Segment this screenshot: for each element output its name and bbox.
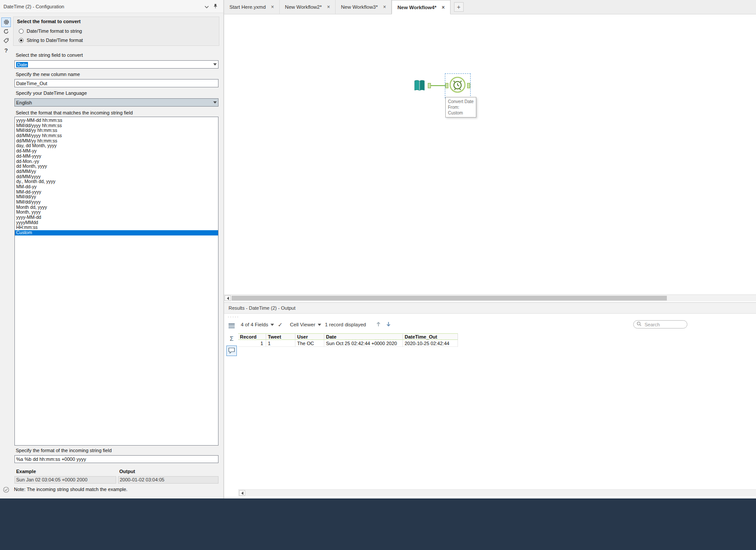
tooltip-line: Convert Date	[448, 99, 474, 104]
format-to-convert-group: Select the format to convert Date/Time f…	[13, 17, 219, 46]
close-icon[interactable]: ×	[442, 5, 445, 10]
arrow-down-icon	[385, 323, 392, 328]
close-icon[interactable]: ×	[327, 4, 330, 10]
cell-tweet[interactable]: 1	[266, 340, 295, 347]
search-icon	[637, 322, 642, 327]
column-header[interactable]: Tweet	[266, 333, 295, 340]
alarm-clock-icon	[449, 89, 466, 94]
close-icon[interactable]: ×	[271, 4, 274, 10]
format-list-item[interactable]: day, dd Month, yyyy	[15, 143, 218, 149]
tab-new-workflow3[interactable]: New Workflow3* ×	[336, 0, 392, 14]
output-anchor-2[interactable]	[467, 83, 470, 88]
new-column-input[interactable]	[14, 79, 218, 87]
table-rows-icon	[228, 323, 235, 330]
bottom-strip	[0, 498, 756, 550]
column-header[interactable]: DateTime_Out	[403, 333, 458, 340]
close-icon[interactable]: ×	[383, 4, 386, 10]
tab-label: New Workflow3*	[341, 4, 378, 10]
cell-viewer-label: Cell Viewer	[290, 322, 316, 327]
output-anchor[interactable]	[428, 83, 431, 88]
format-list-item[interactable]: dy., Month dd, yyyy	[15, 179, 218, 184]
cell-user[interactable]: The OC	[295, 340, 324, 347]
column-header[interactable]: Record	[238, 333, 266, 340]
new-workflow-button[interactable]: +	[454, 2, 464, 12]
format-list-item[interactable]: MM-dd-yy	[15, 184, 218, 190]
config-side-strip: ?	[0, 14, 12, 498]
metadata-view-button[interactable]: Σ	[226, 333, 237, 344]
format-list-item[interactable]: dd/MM/yy	[15, 169, 218, 174]
scroll-left-icon	[227, 297, 229, 300]
table-row: 1 1 The OC Sun Oct 25 02:42:44 +0000 202…	[238, 340, 458, 347]
format-list-item[interactable]: yyyyMMdd	[15, 220, 218, 225]
collapse-panel-button[interactable]	[202, 2, 211, 11]
next-record-button[interactable]	[385, 321, 392, 328]
format-list-item[interactable]: dd-MM-yyyy	[15, 154, 218, 159]
radio-string-to-datetime-label: String to Date/Time format	[27, 38, 83, 43]
input-anchor[interactable]	[445, 83, 448, 88]
format-list-item[interactable]: dd Month, yyyy	[15, 164, 218, 169]
radio-unchecked-icon	[19, 29, 24, 34]
format-list-item[interactable]: HH:mm:ss	[15, 225, 218, 230]
language-dropdown[interactable]: English	[14, 98, 218, 107]
cell-datetime-out[interactable]: 2020-10-25 02:42:44	[403, 340, 458, 347]
format-list-label: Select the format that matches the incom…	[16, 110, 133, 115]
tab-new-workflow2[interactable]: New Workflow2* ×	[280, 0, 336, 14]
format-list-item[interactable]: MM/dd/yyyy	[15, 200, 218, 205]
output-value: 2000-01-02 03:04:05	[118, 476, 218, 484]
workflow-canvas[interactable]: Convert Date From: Custom	[224, 14, 756, 294]
table-view-button[interactable]	[226, 321, 237, 332]
format-list-item[interactable]: dd-MM-yy	[15, 149, 218, 154]
tab-new-workflow4[interactable]: New Workflow4* ×	[392, 0, 450, 14]
messages-view-button[interactable]	[226, 346, 237, 356]
pin-icon	[213, 3, 218, 10]
scroll-left-button[interactable]	[239, 490, 245, 496]
radio-string-to-datetime[interactable]: String to Date/Time format	[19, 38, 83, 43]
cell-date[interactable]: Sun Oct 25 02:42:44 +0000 2020	[324, 340, 403, 347]
results-panel-header: Results - DateTime (2) - Output	[224, 303, 756, 314]
string-field-dropdown[interactable]: Date	[14, 60, 218, 69]
note-row: Note: The incoming string should match t…	[3, 487, 128, 494]
format-list-item[interactable]: Month dd, yyyy	[15, 205, 218, 210]
incoming-format-input[interactable]	[14, 455, 218, 463]
help-button[interactable]: ?	[1, 45, 11, 55]
connection-line[interactable]	[431, 85, 446, 86]
radio-checked-icon	[19, 38, 24, 43]
search-input[interactable]	[644, 322, 684, 328]
plus-icon: +	[457, 3, 461, 10]
input-tool-node[interactable]	[412, 78, 427, 93]
results-search[interactable]	[633, 320, 687, 329]
configuration-panel-header: DateTime (2) - Configuration	[0, 0, 223, 13]
chevron-down-icon	[270, 324, 274, 326]
column-header[interactable]: User	[295, 333, 324, 340]
cell-record[interactable]: 1	[238, 340, 266, 347]
configuration-view-button[interactable]	[1, 17, 11, 27]
prev-record-button[interactable]	[375, 321, 381, 328]
scroll-left-button[interactable]	[225, 295, 231, 301]
comment-icon	[228, 347, 235, 355]
format-list-item-selected[interactable]: Custom	[15, 230, 218, 235]
canvas-scrollbar-thumb[interactable]	[232, 296, 667, 301]
gear-icon	[3, 19, 10, 26]
format-list-item[interactable]: yyyy-MM-dd hh:mm:ss	[15, 118, 218, 123]
results-panel-title: Results - DateTime (2) - Output	[229, 305, 295, 311]
annotation-view-button[interactable]	[1, 36, 11, 46]
cell-viewer-dropdown[interactable]: Cell Viewer	[290, 322, 321, 327]
fields-dropdown[interactable]: 4 of 4 Fields	[241, 322, 274, 327]
language-label: Specify your DateTime Language	[16, 90, 87, 96]
column-header[interactable]: Date	[324, 333, 403, 340]
radio-datetime-to-string[interactable]: Date/Time format to string	[19, 28, 82, 34]
pin-panel-button[interactable]	[211, 2, 220, 11]
tooltip-line: Custom	[448, 110, 474, 116]
gripper-dots-icon[interactable]: ·····	[228, 315, 239, 319]
format-list-item[interactable]: yyyy-MM-dd	[15, 215, 218, 220]
apply-check-icon[interactable]: ✓	[278, 322, 283, 328]
format-list-item[interactable]: dd/MM/yyyy hh:mm:ss	[15, 133, 218, 138]
format-list-item[interactable]: MM-dd-yyyy	[15, 190, 218, 195]
workflow-view-button[interactable]	[1, 27, 11, 37]
format-list-item[interactable]: Month, yyyy	[15, 210, 218, 215]
scroll-left-icon	[241, 491, 243, 495]
tab-start-here[interactable]: Start Here.yxmd ×	[224, 0, 280, 14]
format-list-item[interactable]: MM/dd/yy	[15, 194, 218, 200]
book-icon	[412, 89, 427, 94]
datetime-tool-node[interactable]	[449, 76, 466, 93]
